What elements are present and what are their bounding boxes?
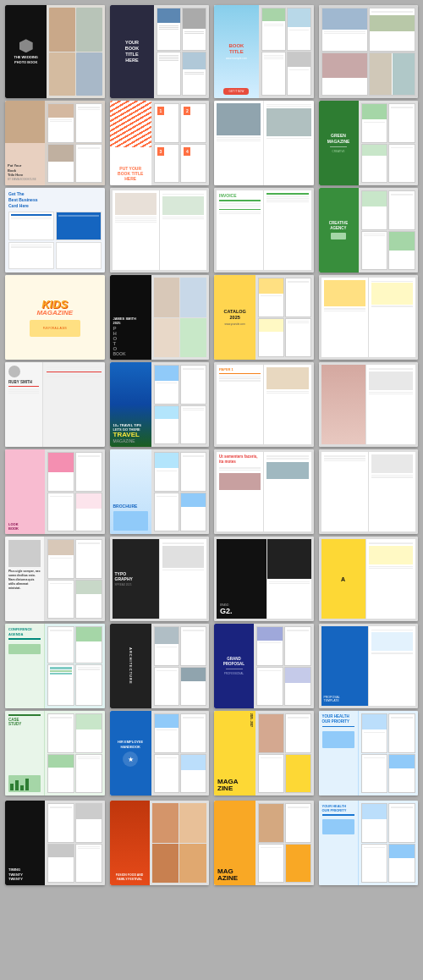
ag-p2 bbox=[388, 190, 415, 230]
proposal-title: GRANDPROPOSAL bbox=[223, 657, 244, 667]
business-title: Get TheBest BusinessCard Here bbox=[8, 191, 102, 209]
sky-url: www.example.com bbox=[226, 57, 247, 60]
card-wedding-photo-book[interactable]: THE WEDDINGPHOTO BOOK bbox=[5, 5, 105, 98]
card-your-book-title[interactable]: YOURBOOKTITLEHERE bbox=[110, 5, 210, 98]
lf-p4 bbox=[75, 144, 102, 183]
card-conference-agenda[interactable]: CONFERENCEAGENDA bbox=[5, 624, 105, 708]
row-10: TIMINGTWENTYTWENTY FUSION FOOD ANDFAMILY… bbox=[0, 801, 423, 890]
card-put-book-title-wave[interactable]: PUT YOURBOOK TITLEHERE 1 2 3 4 bbox=[110, 101, 210, 185]
card-catalog-spread[interactable] bbox=[319, 275, 419, 360]
tr-p1 bbox=[154, 365, 180, 405]
invoice-label: INVOICE bbox=[219, 193, 261, 198]
arch-p3 bbox=[154, 667, 180, 706]
ts-title: Ut sementers faceris, ita motes bbox=[219, 454, 261, 465]
card-proposal-spread[interactable]: PROPOSALTEMPLATE bbox=[319, 624, 419, 708]
card-multi-spread-1[interactable] bbox=[319, 5, 419, 98]
card-dark-event[interactable]: TIMINGTWENTYTWENTY bbox=[5, 801, 105, 885]
conf-cover: CONFERENCEAGENDA bbox=[5, 624, 45, 708]
card-food-festival[interactable]: FUSION FOOD ANDFAMILY FESTIVAL bbox=[110, 801, 210, 885]
card-architecture[interactable]: ARCHITECTURE bbox=[110, 624, 210, 708]
thumb-2 bbox=[76, 8, 102, 52]
cs-cover: CASESTUDY bbox=[5, 711, 45, 796]
card-mag-final[interactable]: MAGAZINE bbox=[214, 801, 314, 885]
hf-p3 bbox=[361, 844, 388, 883]
pb-p4 bbox=[180, 318, 206, 358]
cover-title: THE WEDDINGPHOTO BOOK bbox=[14, 55, 37, 63]
brochure-title: BROCHURE bbox=[113, 504, 138, 509]
typo-sub: SPREAD 2025 bbox=[115, 583, 157, 586]
card-health-final[interactable]: YOUR HEALTHOUR PRIORITY bbox=[319, 801, 419, 885]
row-2: Put YourBookTitle Here BY EMMA BOOKHOUSE… bbox=[0, 98, 423, 185]
tr-p4 bbox=[180, 405, 206, 445]
button-label: GET IT NOW bbox=[229, 90, 244, 93]
hex-icon bbox=[19, 39, 33, 52]
card-resume[interactable]: RUBY SMITH bbox=[5, 362, 105, 447]
card-photo-book-dark[interactable]: JAMES SMITH2025 PHOTO BOOK bbox=[110, 275, 210, 360]
card-text-spread[interactable]: Ut sementers faceris, ita motes bbox=[214, 449, 314, 534]
mag-p2 bbox=[285, 713, 311, 753]
kids-subtitle: MAGAZINE bbox=[36, 310, 73, 317]
lb-p3 bbox=[47, 493, 74, 531]
food-p2 bbox=[179, 803, 206, 843]
card-grand-proposal[interactable]: GRANDPROPOSAL PROFESSIONAL bbox=[214, 624, 314, 708]
card-catalog-2025[interactable]: CATALOG2025 www.yoursite.com bbox=[214, 275, 314, 360]
card-invoice[interactable]: INVOICE bbox=[214, 188, 314, 273]
ys-right bbox=[366, 539, 415, 619]
cw-left bbox=[113, 190, 159, 270]
lifestyle-author: BY EMMA BOOKHOUSE bbox=[8, 178, 42, 181]
card-content-white[interactable] bbox=[110, 188, 210, 273]
ps-text: PROPOSALTEMPLATE bbox=[324, 696, 365, 703]
card-lorem-cover[interactable]: Plus uigle semper, nec somo deditus esto… bbox=[5, 537, 105, 621]
typo-text: TYPOGRAPHY bbox=[115, 571, 157, 581]
card-paper[interactable]: PAPER 1 bbox=[214, 362, 314, 447]
card-green-mag[interactable]: GREENMAGAZINE CREATIVE bbox=[319, 101, 419, 185]
fs-left bbox=[321, 365, 365, 444]
card-magazine-yellow[interactable]: 2025 - 2027 MAGAZINE bbox=[214, 711, 314, 796]
arch-p4 bbox=[180, 667, 206, 706]
card-brand-g2[interactable]: Brand G2. bbox=[214, 537, 314, 621]
mf-title: MAGAZINE bbox=[217, 868, 238, 882]
inner-page-1 bbox=[157, 8, 181, 51]
lb-p4 bbox=[75, 493, 102, 531]
card-creative-agency[interactable]: CREATIVEAGENCY bbox=[319, 188, 419, 273]
fs-right bbox=[366, 365, 415, 444]
ts-left: Ut sementers faceris, ita motes bbox=[217, 452, 263, 531]
conf-p3 bbox=[47, 664, 74, 707]
ms-p3 bbox=[321, 52, 368, 96]
card-lookbook[interactable]: LOOKBOOK bbox=[5, 449, 105, 534]
de-p1 bbox=[47, 803, 74, 843]
ws-left bbox=[321, 452, 368, 531]
card-health-priority[interactable]: YOUR HEALTHOUR PRIORITY bbox=[319, 711, 419, 796]
health-p2 bbox=[388, 713, 415, 753]
card-put-your-title[interactable]: Put YourBookTitle Here BY EMMA BOOKHOUSE bbox=[5, 101, 105, 185]
wave-p4: 4 bbox=[180, 144, 206, 184]
card-book-title-sky[interactable]: BOOKTITLE www.example.com GET IT NOW bbox=[214, 5, 314, 98]
photobook-word: BOOK bbox=[113, 351, 126, 356]
gm-p2 bbox=[388, 103, 415, 143]
cstudy-p3 bbox=[47, 754, 74, 794]
card-business[interactable]: Get TheBest BusinessCard Here bbox=[5, 188, 105, 273]
mag-title: MAGAZINE bbox=[217, 779, 238, 792]
br-p1 bbox=[154, 452, 180, 492]
lf-p3 bbox=[47, 144, 74, 183]
card-kids-magazine[interactable]: KIDS MAGAZINE FUN FOR ALL AGES bbox=[5, 275, 105, 360]
card-typo-spread[interactable]: TYPOGRAPHY SPREAD 2025 bbox=[110, 537, 210, 621]
gp-p3 bbox=[256, 667, 283, 706]
card-yellow-spread[interactable]: A bbox=[319, 537, 419, 621]
conf-p2 bbox=[75, 626, 102, 663]
ns-left bbox=[214, 101, 263, 185]
paper-right bbox=[264, 365, 310, 444]
card-travel-magazine[interactable]: 10+ TRAVEL TIPSLETS GO THERE TRAVEL MAGA… bbox=[110, 362, 210, 447]
card-brochure[interactable]: BROCHURE bbox=[110, 449, 210, 534]
inner-page-2 bbox=[182, 8, 206, 51]
card-case-study[interactable]: CASESTUDY bbox=[5, 711, 105, 796]
card-employee-handbook[interactable]: H/R EMPLOYEEHANDBOOK ★ bbox=[110, 711, 210, 796]
card-white-spread[interactable] bbox=[319, 449, 419, 534]
lorem-text: Plus uigle semper, nec somo deditus esto… bbox=[8, 570, 41, 590]
typo-right bbox=[160, 539, 206, 619]
tr-p3 bbox=[154, 405, 180, 445]
resume-right bbox=[43, 362, 105, 447]
card-fashion-spread[interactable] bbox=[319, 362, 419, 447]
thumb-3 bbox=[49, 52, 75, 96]
card-numbered-spread[interactable] bbox=[214, 101, 314, 185]
